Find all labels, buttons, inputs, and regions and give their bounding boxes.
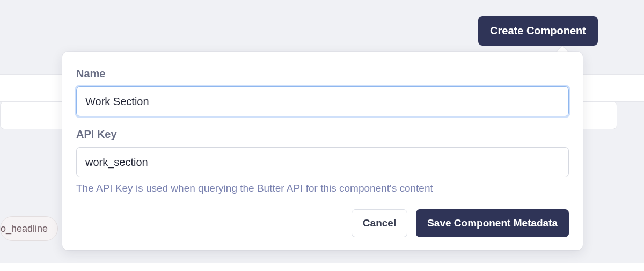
background-field-pill: o_headline	[0, 216, 58, 241]
cancel-button-label: Cancel	[363, 217, 396, 229]
apikey-field-group: API Key	[76, 128, 569, 177]
name-field-group: Name	[76, 68, 569, 116]
cancel-button[interactable]: Cancel	[352, 209, 407, 237]
name-input[interactable]	[76, 86, 569, 116]
apikey-input[interactable]	[76, 147, 569, 177]
create-component-button[interactable]: Create Component	[478, 16, 598, 46]
save-button-label: Save Component Metadata	[427, 217, 558, 229]
apikey-helper-text: The API Key is used when querying the Bu…	[76, 182, 569, 194]
name-label: Name	[76, 68, 569, 80]
save-component-metadata-button[interactable]: Save Component Metadata	[416, 209, 569, 237]
create-component-button-label: Create Component	[490, 25, 586, 36]
background-row	[0, 263, 644, 271]
popover-button-row: Cancel Save Component Metadata	[76, 209, 569, 237]
create-component-popover: Name API Key The API Key is used when qu…	[62, 52, 583, 250]
background-field-pill-label: o_headline	[1, 223, 48, 235]
apikey-label: API Key	[76, 128, 569, 141]
